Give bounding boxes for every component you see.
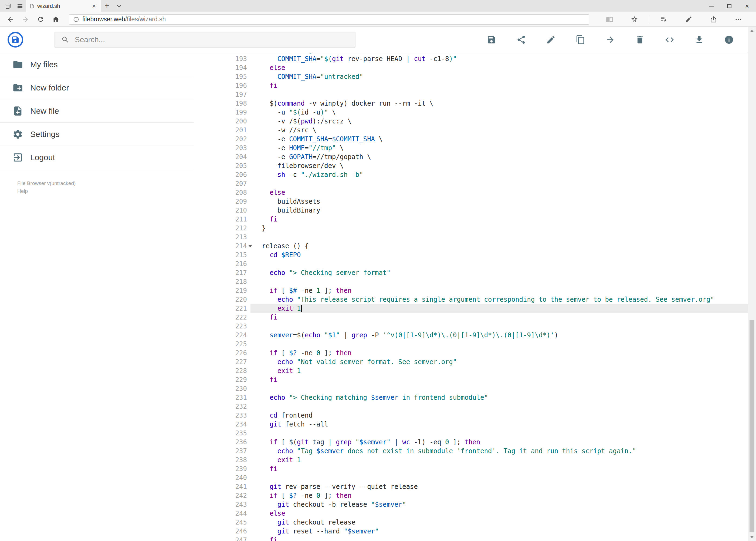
code-text[interactable]: -e COMMIT_SHA=$COMMIT_SHA \ bbox=[250, 135, 748, 144]
code-text[interactable]: buildBinary bbox=[250, 206, 748, 215]
code-text[interactable] bbox=[250, 429, 748, 438]
vertical-scrollbar[interactable] bbox=[748, 27, 756, 541]
hub-button[interactable] bbox=[651, 16, 676, 23]
tab-close-icon[interactable]: × bbox=[91, 2, 98, 10]
code-line[interactable]: 194 else bbox=[194, 64, 748, 72]
tab-list-chevron-icon[interactable] bbox=[113, 0, 125, 12]
code-text[interactable]: fi bbox=[250, 215, 748, 224]
code-text[interactable]: COMMIT_SHA="untracked" bbox=[250, 72, 748, 81]
code-text[interactable]: if [ $? -ne 0 ]; then bbox=[250, 349, 748, 357]
code-text[interactable]: fi bbox=[250, 375, 748, 384]
code-line[interactable]: 208 else bbox=[194, 188, 748, 197]
sidebar-item-new-folder[interactable]: New folder bbox=[0, 76, 194, 99]
code-line[interactable]: 221 exit 1 bbox=[194, 304, 748, 313]
code-line[interactable]: 239 fi bbox=[194, 465, 748, 473]
code-text[interactable] bbox=[250, 340, 748, 349]
share-page-button[interactable] bbox=[701, 16, 726, 23]
code-line[interactable]: 243 git checkout -b release "$semver" bbox=[194, 500, 748, 509]
maximize-button[interactable] bbox=[720, 0, 738, 12]
code-line[interactable]: 223 bbox=[194, 322, 748, 331]
reading-view-button[interactable] bbox=[597, 16, 622, 23]
code-text[interactable]: if [ $? -ne 0 ]; then bbox=[250, 491, 748, 500]
code-text[interactable]: exit 1 bbox=[250, 304, 748, 313]
code-line[interactable]: 224 semver=$(echo "$1" | grep -P '^v(0|[… bbox=[194, 331, 748, 340]
code-line[interactable]: 236 if [ $(git tag | grep "$semver" | wc… bbox=[194, 438, 748, 447]
code-text[interactable]: cd $REPO bbox=[250, 251, 748, 260]
code-text[interactable]: echo "This release script requires a sin… bbox=[250, 295, 748, 304]
code-line[interactable]: 210 buildBinary bbox=[194, 206, 748, 215]
code-text[interactable]: git checkout release bbox=[250, 518, 748, 527]
code-text[interactable]: semver=$(echo "$1" | grep -P '^v(0|[1-9]… bbox=[250, 331, 748, 340]
code-line[interactable]: 214release () { bbox=[194, 242, 748, 251]
search-box[interactable] bbox=[55, 32, 356, 48]
code-line[interactable]: 207 bbox=[194, 179, 748, 188]
code-editor[interactable]: 192 if [ -d ".git" ]; then193 COMMIT_SHA… bbox=[194, 53, 748, 541]
code-line[interactable]: 245 git checkout release bbox=[194, 518, 748, 527]
code-text[interactable]: release () { bbox=[250, 242, 748, 251]
home-button[interactable] bbox=[48, 16, 63, 23]
code-line[interactable]: 220 echo "This release script requires a… bbox=[194, 295, 748, 304]
fold-arrow-icon[interactable] bbox=[248, 245, 252, 248]
code-line[interactable]: 216 bbox=[194, 260, 748, 269]
code-text[interactable] bbox=[250, 402, 748, 411]
code-text[interactable]: fi bbox=[250, 313, 748, 322]
code-text[interactable]: git checkout -b release "$semver" bbox=[250, 500, 748, 509]
add-favorite-button[interactable] bbox=[622, 16, 647, 23]
code-text[interactable]: git reset --hard "$semver" bbox=[250, 527, 748, 536]
code-text[interactable]: -u "$(id -u)" \ bbox=[250, 108, 748, 117]
code-text[interactable]: fi bbox=[250, 465, 748, 473]
code-text[interactable]: fi bbox=[250, 536, 748, 541]
code-text[interactable]: exit 1 bbox=[250, 366, 748, 375]
code-text[interactable]: $(command -v winpty) docker run --rm -it… bbox=[250, 99, 748, 108]
code-text[interactable]: exit 1 bbox=[250, 456, 748, 465]
code-line[interactable]: 206 sh -c "./wizard.sh -b" bbox=[194, 171, 748, 179]
code-text[interactable]: cd frontend bbox=[250, 411, 748, 420]
code-line[interactable]: 193 COMMIT_SHA="$(git rev-parse HEAD | c… bbox=[194, 55, 748, 64]
code-line[interactable]: 241 git rev-parse --verify --quiet relea… bbox=[194, 482, 748, 491]
url-field[interactable]: filebrowser.web/files/wizard.sh bbox=[69, 14, 589, 25]
filebrowser-logo[interactable] bbox=[8, 32, 23, 48]
code-text[interactable]: filebrowser/dev \ bbox=[250, 162, 748, 171]
code-line[interactable]: 230 bbox=[194, 384, 748, 393]
code-line[interactable]: 222 fi bbox=[194, 313, 748, 322]
code-line[interactable]: 209 buildAssets bbox=[194, 197, 748, 206]
window-close-button[interactable]: × bbox=[738, 0, 756, 12]
code-line[interactable]: 231 echo "> Checking matching $semver in… bbox=[194, 393, 748, 402]
refresh-button[interactable] bbox=[33, 16, 48, 23]
help-link[interactable]: Help bbox=[17, 188, 194, 195]
code-text[interactable] bbox=[250, 322, 748, 331]
set-tabs-aside-icon[interactable] bbox=[2, 0, 14, 12]
code-text[interactable]: -w //src \ bbox=[250, 126, 748, 135]
code-text[interactable]: if [ $(git tag | grep "$semver" | wc -l)… bbox=[250, 438, 748, 447]
code-line[interactable]: 211 fi bbox=[194, 215, 748, 224]
scroll-down-button[interactable] bbox=[748, 533, 756, 541]
code-text[interactable]: fi bbox=[250, 81, 748, 90]
sidebar-item-new-file[interactable]: New file bbox=[0, 99, 194, 123]
code-text[interactable] bbox=[250, 260, 748, 269]
web-note-button[interactable] bbox=[676, 16, 701, 23]
save-button[interactable] bbox=[486, 34, 497, 45]
search-input[interactable] bbox=[75, 35, 318, 44]
code-line[interactable]: 197 bbox=[194, 90, 748, 99]
code-line[interactable]: 218 bbox=[194, 277, 748, 286]
code-line[interactable]: 201 -w //src \ bbox=[194, 126, 748, 135]
code-text[interactable]: echo "> Checking semver format" bbox=[250, 269, 748, 277]
share-button[interactable] bbox=[516, 34, 527, 45]
copy-button[interactable] bbox=[575, 34, 586, 45]
site-info-icon[interactable] bbox=[73, 16, 79, 22]
code-line[interactable]: 204 -e GOPATH=//tmp/gopath \ bbox=[194, 153, 748, 162]
code-text[interactable]: else bbox=[250, 188, 748, 197]
code-line[interactable]: 234 git fetch --all bbox=[194, 420, 748, 429]
code-text[interactable]: if [ $# -ne 1 ]; then bbox=[250, 286, 748, 295]
rename-button[interactable] bbox=[546, 34, 556, 45]
scroll-up-button[interactable] bbox=[748, 27, 756, 35]
code-text[interactable]: git rev-parse --verify --quiet release bbox=[250, 482, 748, 491]
code-line[interactable]: 198 $(command -v winpty) docker run --rm… bbox=[194, 99, 748, 108]
code-line[interactable]: 203 -e HOME="//tmp" \ bbox=[194, 144, 748, 153]
move-button[interactable] bbox=[605, 34, 616, 45]
download-button[interactable] bbox=[694, 34, 705, 45]
code-line[interactable]: 219 if [ $# -ne 1 ]; then bbox=[194, 286, 748, 295]
code-text[interactable]: -e GOPATH=//tmp/gopath \ bbox=[250, 153, 748, 162]
code-text[interactable] bbox=[250, 179, 748, 188]
code-line[interactable]: 247 fi bbox=[194, 536, 748, 541]
